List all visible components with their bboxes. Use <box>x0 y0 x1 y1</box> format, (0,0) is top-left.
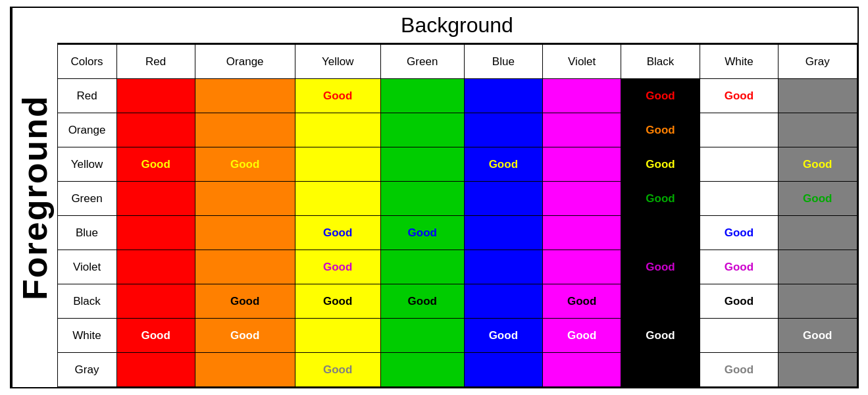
good-label: Good <box>323 261 352 273</box>
good-label: Good <box>567 295 596 307</box>
color-cell <box>700 113 778 147</box>
color-cell <box>700 147 778 182</box>
row-label-green: Green <box>57 182 116 216</box>
color-cell <box>543 147 621 182</box>
good-label: Good <box>141 158 170 171</box>
good-label: Good <box>646 124 675 136</box>
good-label: Good <box>646 329 675 342</box>
color-cell: Good <box>621 182 700 216</box>
good-label: Good <box>323 226 352 239</box>
column-header-gray: Gray <box>779 45 857 79</box>
color-cell <box>621 284 700 319</box>
right-section: Background ColorsRedOrangeYellowGreenBlu… <box>57 8 857 387</box>
color-contrast-table: Foreground Background ColorsRedOrangeYel… <box>10 7 859 388</box>
good-label: Good <box>646 90 675 102</box>
color-cell <box>195 113 295 147</box>
color-cell <box>380 250 464 284</box>
color-cell <box>116 284 195 319</box>
good-label: Good <box>323 295 352 307</box>
color-cell: Good <box>779 147 857 182</box>
color-cell <box>195 353 295 387</box>
color-cell <box>295 113 380 147</box>
column-header-green: Green <box>380 45 464 79</box>
color-cell <box>380 182 464 216</box>
row-label-blue: Blue <box>57 216 116 250</box>
good-label: Good <box>323 363 352 376</box>
good-label: Good <box>230 158 259 171</box>
color-cell <box>700 182 778 216</box>
color-cell <box>116 353 195 387</box>
color-cell: Good <box>116 319 195 353</box>
good-label: Good <box>489 158 518 171</box>
column-header-orange: Orange <box>195 45 295 79</box>
good-label: Good <box>646 192 675 205</box>
good-label: Good <box>803 192 832 205</box>
color-cell <box>116 113 195 147</box>
row-label-black: Black <box>57 284 116 319</box>
row-label-yellow: Yellow <box>57 147 116 182</box>
row-label-orange: Orange <box>57 113 116 147</box>
color-cell: Good <box>700 250 778 284</box>
color-cell: Good <box>295 353 380 387</box>
color-cell: Good <box>295 79 380 113</box>
color-cell <box>779 353 857 387</box>
table-row: WhiteGoodGoodGoodGoodGoodGood <box>57 319 857 353</box>
color-cell <box>543 353 621 387</box>
color-cell <box>543 113 621 147</box>
table-row: GreenGoodGood <box>57 182 857 216</box>
good-label: Good <box>646 261 675 273</box>
color-cell <box>621 216 700 250</box>
good-label: Good <box>230 295 259 307</box>
color-cell <box>700 319 778 353</box>
column-header-yellow: Yellow <box>295 45 380 79</box>
good-label: Good <box>323 90 352 102</box>
color-cell: Good <box>700 216 778 250</box>
table-row: OrangeGood <box>57 113 857 147</box>
good-label: Good <box>230 329 259 342</box>
color-cell <box>464 250 542 284</box>
color-cell: Good <box>380 216 464 250</box>
table-body: RedGoodGoodGoodOrangeGoodYellowGoodGoodG… <box>57 79 857 387</box>
good-label: Good <box>141 329 170 342</box>
color-cell: Good <box>295 216 380 250</box>
color-cell <box>380 353 464 387</box>
table-row: YellowGoodGoodGoodGoodGood <box>57 147 857 182</box>
color-cell: Good <box>195 284 295 319</box>
column-header-white: White <box>700 45 778 79</box>
color-cell: Good <box>116 147 195 182</box>
good-label: Good <box>725 261 753 273</box>
color-cell <box>464 216 542 250</box>
color-cell <box>380 113 464 147</box>
column-header-colors: Colors <box>57 45 116 79</box>
color-cell <box>779 113 857 147</box>
table-row: VioletGoodGoodGood <box>57 250 857 284</box>
color-cell <box>195 182 295 216</box>
color-cell: Good <box>621 147 700 182</box>
good-label: Good <box>803 158 832 171</box>
color-cell: Good <box>621 319 700 353</box>
color-cell <box>464 113 542 147</box>
color-cell <box>116 182 195 216</box>
color-cell: Good <box>380 284 464 319</box>
color-cell: Good <box>464 319 542 353</box>
column-header-black: Black <box>621 45 700 79</box>
color-cell <box>464 353 542 387</box>
color-cell <box>380 147 464 182</box>
color-cell: Good <box>543 319 621 353</box>
color-cell <box>295 182 380 216</box>
row-label-violet: Violet <box>57 250 116 284</box>
color-cell <box>295 319 380 353</box>
color-cell <box>464 79 542 113</box>
column-header-violet: Violet <box>543 45 621 79</box>
table-row: RedGoodGoodGood <box>57 79 857 113</box>
color-cell <box>195 216 295 250</box>
color-cell <box>195 250 295 284</box>
color-cell <box>116 216 195 250</box>
good-label: Good <box>567 329 596 342</box>
color-cell <box>380 319 464 353</box>
good-label: Good <box>489 329 518 342</box>
color-cell: Good <box>700 284 778 319</box>
good-label: Good <box>725 226 753 239</box>
color-cell <box>464 182 542 216</box>
color-cell <box>195 79 295 113</box>
